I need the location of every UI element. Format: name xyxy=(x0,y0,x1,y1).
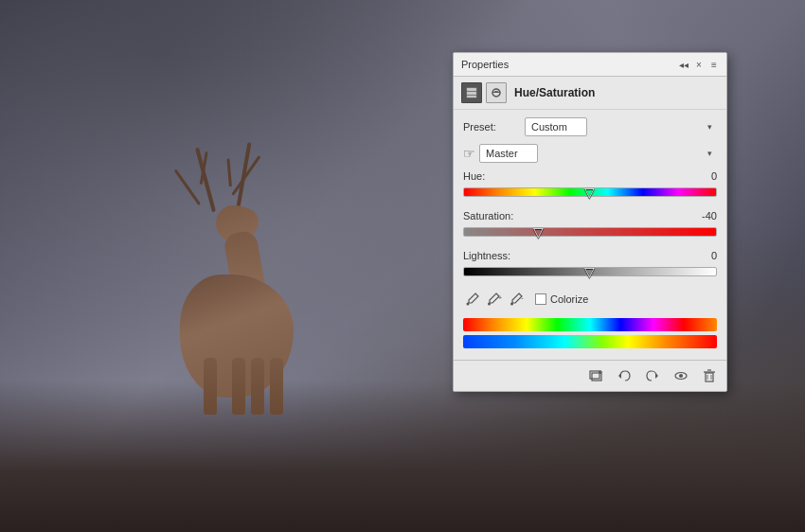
eyedropper-minus-tool[interactable]: - xyxy=(509,290,528,309)
delete-icon xyxy=(702,368,717,383)
saturation-track-wrapper[interactable] xyxy=(463,223,717,240)
svg-point-17 xyxy=(679,374,683,378)
adjustment-icon-box[interactable] xyxy=(486,82,507,103)
antler-left xyxy=(195,148,216,213)
deer-leg-fl xyxy=(204,358,217,415)
sat-thumb[interactable] xyxy=(533,225,545,239)
light-thumb[interactable] xyxy=(584,265,596,278)
colorize-wrapper: Colorize xyxy=(535,293,588,305)
delete-button[interactable] xyxy=(700,366,719,385)
saturation-header: Saturation: -40 xyxy=(463,210,717,222)
panel-controls: ◂◂ × ≡ xyxy=(679,60,719,69)
color-bars xyxy=(463,318,717,348)
hue-label: Hue: xyxy=(463,170,485,182)
svg-rect-2 xyxy=(467,96,476,98)
preset-row: Preset: Custom xyxy=(463,117,717,136)
deer-leg-br xyxy=(270,358,283,415)
sat-track xyxy=(463,227,717,237)
eyedropper-icon xyxy=(465,292,480,307)
add-layer-icon xyxy=(588,368,603,383)
svg-text:-: - xyxy=(521,293,524,302)
history-forward-icon xyxy=(645,368,660,383)
antler-right xyxy=(236,142,252,213)
hue-slider-row: Hue: 0 xyxy=(463,170,717,201)
svg-rect-0 xyxy=(467,88,476,91)
hue-value: 0 xyxy=(689,170,717,182)
panel-titlebar: Properties ◂◂ × ≡ xyxy=(454,53,726,77)
svg-point-8 xyxy=(510,303,513,306)
deer-figure xyxy=(133,76,417,435)
deer-leg-bl xyxy=(251,358,264,415)
hue-color-bar xyxy=(463,318,717,331)
history-forward-button[interactable] xyxy=(643,366,662,385)
menu-button[interactable]: ≡ xyxy=(709,60,719,69)
adjusted-color-bar xyxy=(463,335,717,348)
channel-dropdown[interactable]: Master xyxy=(479,144,538,163)
eyedropper-tool[interactable] xyxy=(463,290,482,309)
adjustment-icon xyxy=(491,87,502,98)
preset-label: Preset: xyxy=(463,121,525,133)
panel-title-area: Properties xyxy=(461,59,509,70)
colorize-checkbox[interactable] xyxy=(535,293,546,305)
eyedropper-plus-tool[interactable]: + xyxy=(486,290,505,309)
svg-text:+: + xyxy=(498,294,502,301)
layer-icon-box[interactable] xyxy=(461,82,482,103)
panel-title: Properties xyxy=(461,59,509,70)
svg-line-5 xyxy=(475,293,477,295)
preset-dropdown-wrapper[interactable]: Custom xyxy=(525,117,717,136)
svg-marker-14 xyxy=(618,373,621,379)
eyedropper-minus-icon: - xyxy=(510,292,526,307)
hand-icon[interactable]: ☞ xyxy=(463,146,475,161)
channel-row: ☞ Master xyxy=(463,144,717,163)
colorize-label: Colorize xyxy=(550,293,588,305)
lightness-track-wrapper[interactable] xyxy=(463,263,717,280)
svg-marker-15 xyxy=(655,373,658,379)
properties-panel: Properties ◂◂ × ≡ Hue/Saturation xyxy=(453,52,727,392)
svg-point-4 xyxy=(467,303,470,306)
preset-dropdown[interactable]: Custom xyxy=(525,117,587,136)
saturation-slider-row: Saturation: -40 xyxy=(463,210,717,240)
hue-header: Hue: 0 xyxy=(463,170,717,182)
history-back-button[interactable] xyxy=(615,366,634,385)
saturation-value: -40 xyxy=(689,210,717,222)
close-button[interactable]: × xyxy=(694,60,704,69)
tools-row: + - Colorize xyxy=(463,290,717,309)
saturation-label: Saturation: xyxy=(463,210,513,222)
history-back-icon xyxy=(617,368,632,383)
layer-icon xyxy=(466,87,477,98)
deer-body xyxy=(180,275,294,398)
lightness-label: Lightness: xyxy=(463,250,510,261)
section-title: Hue/Saturation xyxy=(514,86,595,99)
visibility-icon xyxy=(673,368,689,383)
channel-dropdown-wrapper[interactable]: Master xyxy=(479,144,717,163)
svg-rect-1 xyxy=(467,92,476,95)
hue-track-wrapper[interactable] xyxy=(463,184,717,201)
deer-leg-fr xyxy=(232,358,245,415)
lightness-value: 0 xyxy=(689,250,717,261)
svg-rect-18 xyxy=(706,373,713,381)
visibility-button[interactable] xyxy=(671,366,690,385)
hue-thumb[interactable] xyxy=(584,186,596,199)
lightness-header: Lightness: 0 xyxy=(463,250,717,261)
panel-footer xyxy=(454,360,726,391)
panel-body: Preset: Custom ☞ Master Hue: 0 xyxy=(454,110,726,360)
eyedropper-plus-icon: + xyxy=(488,292,503,307)
lightness-slider-row: Lightness: 0 xyxy=(463,250,717,280)
add-layer-button[interactable] xyxy=(586,366,605,385)
panel-icon-row: Hue/Saturation xyxy=(454,77,726,110)
collapse-button[interactable]: ◂◂ xyxy=(679,60,689,69)
svg-point-6 xyxy=(488,303,491,306)
